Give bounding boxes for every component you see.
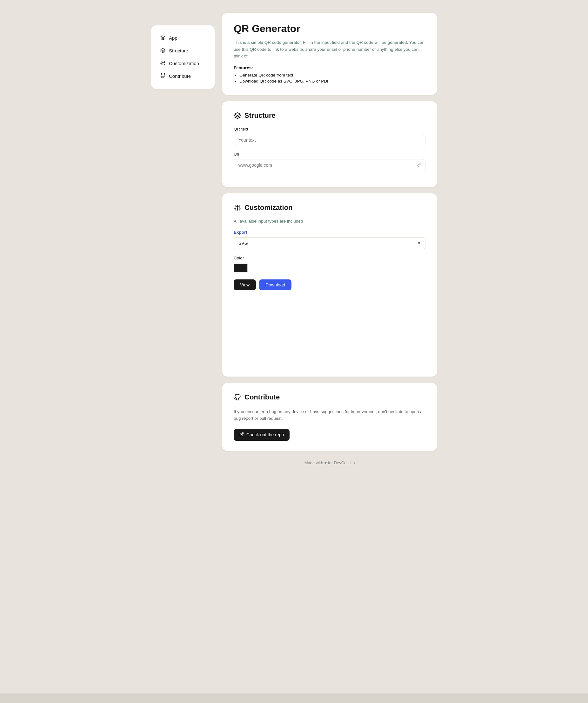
contribute-card: Contribute If you encounter a bug on any… xyxy=(222,383,437,451)
color-label: Color xyxy=(234,256,425,260)
sidebar-item-customization[interactable]: Customization xyxy=(156,57,209,69)
structure-card: Structure QR text Url xyxy=(222,101,437,187)
structure-heading: Structure xyxy=(245,111,275,120)
structure-section-icon xyxy=(234,112,241,120)
download-button[interactable]: Download xyxy=(259,280,291,290)
svg-line-20 xyxy=(241,433,243,435)
svg-marker-0 xyxy=(161,48,165,51)
features-label: Features: xyxy=(234,65,425,70)
app-description: This is a simple QR code generator. Fill… xyxy=(234,39,425,60)
bottom-bar xyxy=(0,694,588,703)
contribute-description: If you encounter a bug on any device or … xyxy=(234,408,425,422)
feature-item-2: Download QR code as SVG, JPG, PNG or PDF xyxy=(239,79,425,83)
check-out-repo-button[interactable]: Check out the repo xyxy=(234,429,289,441)
sidebar-item-customization-label: Customization xyxy=(169,61,199,66)
customization-subtitle: All available input types are included xyxy=(234,219,425,224)
contribute-section-icon xyxy=(234,393,241,401)
sidebar-item-app[interactable]: App xyxy=(156,32,209,44)
customization-header: Customization xyxy=(234,204,425,212)
qr-text-label: QR text xyxy=(234,127,425,132)
sidebar-item-contribute[interactable]: Contribute xyxy=(156,70,209,82)
app-card: QR Generator This is a simple QR code ge… xyxy=(222,13,437,95)
footer: Made with ♥ for DevCastillo xyxy=(222,460,437,465)
structure-header: Structure xyxy=(234,111,425,120)
github-icon xyxy=(160,73,166,79)
url-input-wrapper xyxy=(234,159,425,171)
external-link-icon xyxy=(239,432,244,438)
sidebar: App Structure xyxy=(151,25,215,89)
contribute-header: Contribute xyxy=(234,393,425,401)
sidebar-item-structure[interactable]: Structure xyxy=(156,45,209,57)
sidebar-item-contribute-label: Contribute xyxy=(169,73,191,79)
footer-text: Made with ♥ for DevCastillo xyxy=(305,460,355,465)
customization-card: Customization All available input types … xyxy=(222,193,437,377)
contribute-heading: Contribute xyxy=(245,393,280,401)
features-list: Generate QR code from text Download QR c… xyxy=(234,73,425,83)
link-icon xyxy=(417,162,422,168)
qr-text-input[interactable] xyxy=(234,134,425,146)
sidebar-item-structure-label: Structure xyxy=(169,48,188,53)
app-title: QR Generator xyxy=(234,23,425,34)
url-label: Url xyxy=(234,152,425,157)
sliders-icon xyxy=(160,60,166,66)
main-content: QR Generator This is a simple QR code ge… xyxy=(222,13,437,465)
repo-button-label: Check out the repo xyxy=(246,432,284,437)
export-select[interactable]: SVG JPG PNG PDF xyxy=(234,237,425,249)
qr-text-field-group: QR text xyxy=(234,127,425,146)
layers-icon xyxy=(160,48,166,53)
customization-spacer xyxy=(234,290,425,367)
customization-section-icon xyxy=(234,204,241,212)
sidebar-item-app-label: App xyxy=(169,35,177,41)
url-field-group: Url xyxy=(234,152,425,171)
svg-marker-10 xyxy=(235,113,240,115)
export-select-wrapper: SVG JPG PNG PDF ▼ xyxy=(234,237,425,249)
export-label: Export xyxy=(234,230,425,235)
app-icon xyxy=(160,35,166,41)
action-buttons: View Download xyxy=(234,280,425,290)
color-swatch[interactable] xyxy=(234,263,248,272)
customization-heading: Customization xyxy=(245,204,293,212)
feature-item-1: Generate QR code from text xyxy=(239,73,425,77)
view-button[interactable]: View xyxy=(234,280,256,290)
url-input[interactable] xyxy=(234,159,425,171)
